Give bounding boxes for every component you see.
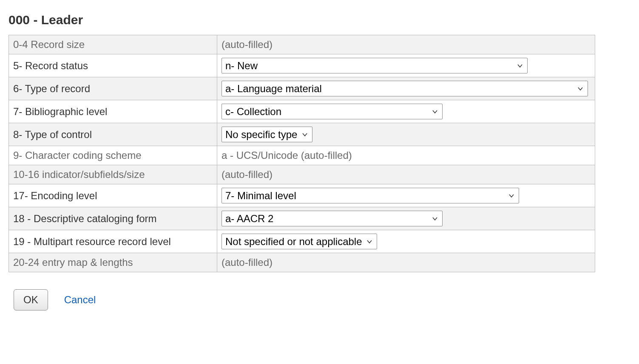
select-type-of-record[interactable]: a- Language material	[222, 81, 588, 96]
value-cell-type-of-control: No specific type	[217, 123, 595, 146]
value-cell-record-size: (auto-filled)	[217, 35, 595, 54]
select-encoding-level[interactable]: 7- Minimal level	[222, 188, 519, 203]
actions-bar: OK Cancel	[9, 289, 630, 310]
label-encoding-level: 17- Encoding level	[9, 184, 217, 207]
value-cell-encoding-level: 7- Minimal level	[217, 184, 595, 207]
value-cell-char-coding-scheme: a - UCS/Unicode (auto-filled)	[217, 146, 595, 165]
row-descr-catalog-form: 18 - Descriptive cataloging forma- AACR …	[9, 207, 595, 230]
row-record-status: 5- Record statusn- New	[9, 54, 595, 77]
label-char-coding-scheme: 9- Character coding scheme	[9, 146, 217, 165]
row-entry-map-lengths: 20-24 entry map & lengths(auto-filled)	[9, 253, 595, 272]
value-cell-entry-map-lengths: (auto-filled)	[217, 253, 595, 272]
row-bibliographic-level: 7- Bibliographic levelc- Collection	[9, 100, 595, 123]
label-type-of-control: 8- Type of control	[9, 123, 217, 146]
value-cell-indicator-subfields-size: (auto-filled)	[217, 165, 595, 184]
label-record-status: 5- Record status	[9, 54, 217, 77]
value-cell-type-of-record: a- Language material	[217, 77, 595, 100]
row-record-size: 0-4 Record size(auto-filled)	[9, 35, 595, 54]
select-descr-catalog-form[interactable]: a- AACR 2	[222, 211, 443, 226]
select-type-of-control[interactable]: No specific type	[222, 127, 312, 142]
select-multipart-level[interactable]: Not specified or not applicable	[222, 234, 377, 249]
label-multipart-level: 19 - Multipart resource record level	[9, 230, 217, 253]
value-cell-record-status: n- New	[217, 54, 595, 77]
row-indicator-subfields-size: 10-16 indicator/subfields/size(auto-fill…	[9, 165, 595, 184]
label-descr-catalog-form: 18 - Descriptive cataloging form	[9, 207, 217, 230]
leader-table: 0-4 Record size(auto-filled)5- Record st…	[9, 35, 595, 272]
ok-button[interactable]: OK	[14, 289, 48, 310]
row-type-of-record: 6- Type of recorda- Language material	[9, 77, 595, 100]
label-record-size: 0-4 Record size	[9, 35, 217, 54]
page-title: 000 - Leader	[9, 13, 630, 27]
value-cell-descr-catalog-form: a- AACR 2	[217, 207, 595, 230]
value-cell-multipart-level: Not specified or not applicable	[217, 230, 595, 253]
select-record-status[interactable]: n- New	[222, 58, 528, 73]
label-entry-map-lengths: 20-24 entry map & lengths	[9, 253, 217, 272]
label-type-of-record: 6- Type of record	[9, 77, 217, 100]
row-encoding-level: 17- Encoding level7- Minimal level	[9, 184, 595, 207]
row-type-of-control: 8- Type of controlNo specific type	[9, 123, 595, 146]
select-bibliographic-level[interactable]: c- Collection	[222, 104, 443, 119]
label-indicator-subfields-size: 10-16 indicator/subfields/size	[9, 165, 217, 184]
value-cell-bibliographic-level: c- Collection	[217, 100, 595, 123]
label-bibliographic-level: 7- Bibliographic level	[9, 100, 217, 123]
row-multipart-level: 19 - Multipart resource record levelNot …	[9, 230, 595, 253]
cancel-link[interactable]: Cancel	[64, 294, 96, 306]
row-char-coding-scheme: 9- Character coding schemea - UCS/Unicod…	[9, 146, 595, 165]
